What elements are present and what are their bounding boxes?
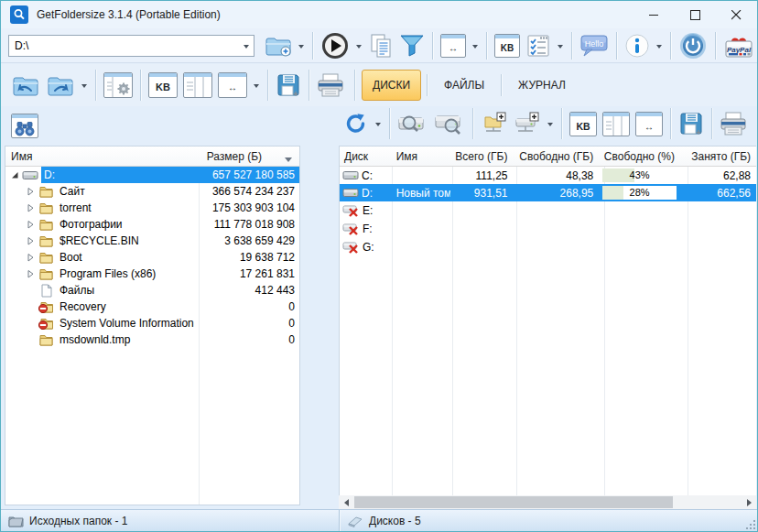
drive-row[interactable]: F: <box>340 220 756 238</box>
scan-drive-button[interactable] <box>395 109 431 138</box>
start-scan-button[interactable] <box>318 29 352 62</box>
scan-all-drives-button[interactable] <box>431 109 468 138</box>
column-header-name[interactable]: Имя <box>5 150 198 163</box>
info-dropdown[interactable] <box>653 41 666 50</box>
table-settings-button[interactable] <box>101 71 135 100</box>
options-checklist-dropdown[interactable] <box>554 41 567 50</box>
minimize-button[interactable] <box>633 1 675 28</box>
free-percent-bar: 28% <box>602 186 677 200</box>
fit-columns-button[interactable]: ↔ <box>215 71 250 100</box>
maximize-button[interactable] <box>675 1 716 28</box>
exit-power-button[interactable] <box>676 29 710 62</box>
drive-row[interactable]: D:Новый том931,51268,9528%662,56 <box>340 184 756 201</box>
drive-row[interactable]: C:111,2548,3843%62,88 <box>340 167 756 184</box>
folder-size: 366 574 234 237 <box>200 183 299 200</box>
add-folder-dropdown[interactable] <box>295 41 308 50</box>
filter-button[interactable] <box>396 31 428 60</box>
path-combobox[interactable] <box>8 35 254 57</box>
folder-denied-icon <box>37 300 55 313</box>
expander-collapsed-icon[interactable] <box>24 269 37 278</box>
folder-row[interactable]: Файлы412 443 <box>5 282 299 299</box>
options-checklist-button[interactable] <box>523 32 554 60</box>
expander-expanded-icon[interactable] <box>8 170 21 179</box>
fit-columns-dropdown[interactable] <box>250 81 263 90</box>
expander-collapsed-icon[interactable] <box>24 236 37 245</box>
folder-name: System Volume Information <box>57 315 200 331</box>
row-lead <box>5 200 57 216</box>
drive-name: Новый том <box>392 184 450 201</box>
start-scan-dropdown[interactable] <box>352 41 365 50</box>
tab-files[interactable]: ФАЙЛЫ <box>433 70 495 101</box>
drive-row[interactable]: G: <box>340 238 756 256</box>
scroll-left-icon[interactable] <box>339 495 353 509</box>
scrollbar-thumb[interactable] <box>354 496 673 508</box>
folder-row[interactable]: Сайт366 574 234 237 <box>5 183 299 200</box>
drives-column-header[interactable]: Свободно (ГБ) <box>513 147 599 167</box>
drive-icon <box>342 187 359 199</box>
print-button[interactable] <box>314 71 347 100</box>
drives-column-header[interactable]: Имя <box>392 147 450 167</box>
file-icon <box>37 284 55 298</box>
folder-name: Program Files (x86) <box>57 266 200 282</box>
drives-save-button[interactable] <box>676 109 707 138</box>
info-button[interactable] <box>622 31 653 60</box>
folder-row[interactable]: System Volume Information0 <box>5 315 299 331</box>
drive-free-percent <box>599 238 680 256</box>
expander-collapsed-icon[interactable] <box>24 253 37 262</box>
forward-folder-button[interactable] <box>43 71 78 100</box>
drives-column-header[interactable]: Всего (ГБ) <box>450 147 513 167</box>
add-network-drive-button[interactable] <box>511 109 544 138</box>
resize-grip[interactable] <box>744 518 755 529</box>
scroll-right-icon[interactable] <box>742 495 756 509</box>
history-dropdown[interactable] <box>78 81 91 90</box>
units-kb-button[interactable]: KB <box>492 32 523 60</box>
scrollbar-track[interactable] <box>353 495 742 509</box>
hello-feedback-button[interactable]: Hello <box>577 31 612 60</box>
drives-column-header[interactable]: Свободно (%) <box>599 147 680 167</box>
folder-size: 19 638 712 <box>200 249 299 266</box>
units-kb-button-2[interactable]: KB <box>146 71 180 100</box>
path-dropdown-icon[interactable] <box>238 36 254 56</box>
drives-print-button[interactable] <box>717 109 750 138</box>
expander-collapsed-icon[interactable] <box>24 187 37 196</box>
folder-row[interactable]: Boot19 638 712 <box>5 249 299 266</box>
drives-column-header[interactable]: Занято (ГБ) <box>680 147 756 167</box>
columns-list-button[interactable] <box>180 71 215 100</box>
search-binoculars-button[interactable] <box>8 112 41 140</box>
tab-disks[interactable]: ДИСКИ <box>362 70 421 101</box>
status-folders-text: Исходных папок - 1 <box>29 515 127 527</box>
copy-button[interactable] <box>365 31 396 60</box>
expander-collapsed-icon[interactable] <box>24 220 37 229</box>
folder-row[interactable]: msdownld.tmp0 <box>5 331 299 348</box>
add-network-drive-dropdown[interactable] <box>544 119 557 128</box>
drives-columns-list-button[interactable] <box>600 110 633 138</box>
folder-name: $RECYCLE.BIN <box>57 233 200 249</box>
drive-row[interactable]: E: <box>340 201 756 220</box>
paypal-donate-button[interactable]: PayPal <box>720 30 757 61</box>
tab-journal[interactable]: ЖУРНАЛ <box>507 70 577 101</box>
add-network-folder-button[interactable] <box>478 109 511 138</box>
drive-free: 48,38 <box>514 167 600 184</box>
add-folder-button[interactable] <box>262 32 295 60</box>
folder-row[interactable]: torrent175 303 903 104 <box>5 200 299 216</box>
close-button[interactable] <box>716 1 757 28</box>
folder-row[interactable]: $RECYCLE.BIN3 638 659 429 <box>5 233 299 249</box>
column-width-dropdown[interactable] <box>469 41 482 50</box>
column-header-size[interactable]: Размер (Б) <box>198 150 299 163</box>
back-folder-button[interactable] <box>8 71 43 100</box>
drives-column-header[interactable]: Диск <box>340 147 392 167</box>
folder-row[interactable]: Recovery0 <box>5 299 299 315</box>
status-folder-icon <box>8 515 24 527</box>
drives-fit-columns-button[interactable]: ↔ <box>633 110 666 138</box>
expander-collapsed-icon[interactable] <box>24 203 37 212</box>
refresh-drives-button[interactable] <box>341 109 372 138</box>
refresh-drives-dropdown[interactable] <box>372 119 384 128</box>
folder-row[interactable]: Program Files (x86)17 261 831 <box>5 266 299 282</box>
horizontal-scrollbar[interactable] <box>339 495 756 509</box>
column-width-button[interactable]: ↔ <box>438 32 469 60</box>
path-input[interactable] <box>9 37 238 55</box>
save-button[interactable] <box>273 71 304 100</box>
folder-row[interactable]: Фотографии111 778 018 908 <box>5 216 299 233</box>
folder-row[interactable]: D:657 527 180 585 <box>5 167 299 183</box>
drives-units-kb-button[interactable]: KB <box>567 110 600 138</box>
